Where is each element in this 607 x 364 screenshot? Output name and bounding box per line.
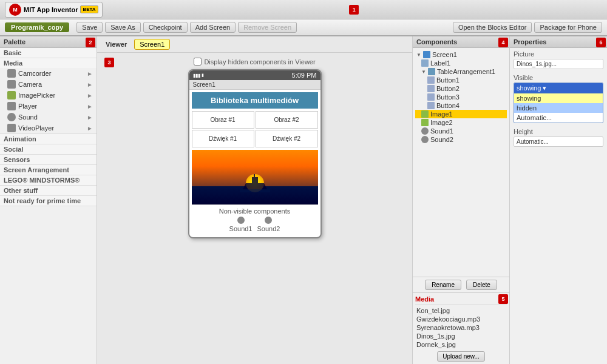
palette-section-social-label[interactable]: Social bbox=[0, 144, 97, 154]
videoplayer-icon bbox=[7, 124, 16, 132]
tree-button2[interactable]: Button2 bbox=[415, 84, 507, 93]
palette-section-basic-label[interactable]: Basic bbox=[0, 48, 97, 58]
palette-section-other-label[interactable]: Other stuff bbox=[0, 186, 97, 195]
tree-screen1[interactable]: ▼ Screen1 bbox=[415, 50, 507, 59]
picture-label: Picture bbox=[514, 50, 603, 58]
palette-item-videoplayer[interactable]: VideoPlayer ► bbox=[0, 123, 97, 133]
save-as-button[interactable]: Save As bbox=[105, 22, 140, 33]
tree-button1[interactable]: Button1 bbox=[415, 76, 507, 84]
annotation-1: 1 bbox=[349, 5, 359, 15]
annotation-4: 4 bbox=[498, 38, 508, 47]
palette-section-animation: Animation bbox=[0, 134, 97, 144]
media-item-1[interactable]: Kon_tel.jpg bbox=[415, 306, 507, 315]
dropdown-automatic-option[interactable]: Automatic... bbox=[514, 113, 603, 123]
media-item-2[interactable]: Gwizdekoociagu.mp3 bbox=[415, 315, 507, 323]
comp-media-column: 4 Components ▼ Screen1 Label1 ▼ bbox=[413, 36, 510, 364]
tree-tablearrangement1[interactable]: ▼ TableArrangement1 bbox=[415, 67, 507, 76]
delete-button[interactable]: Delete bbox=[466, 280, 497, 290]
display-hidden-label: Display hidden components in Viewer bbox=[204, 58, 315, 66]
picture-value[interactable]: Dinos_1s.jpg... bbox=[514, 59, 603, 69]
display-hidden-checkbox[interactable] bbox=[194, 58, 202, 66]
camcorder-icon bbox=[7, 69, 16, 78]
camcorder-arrow: ► bbox=[87, 70, 93, 77]
dropdown-showing-option[interactable]: showing bbox=[514, 93, 603, 103]
toolbar: Programik_copy Save Save As Checkpoint A… bbox=[0, 19, 607, 36]
media-item-5[interactable]: Dornek_s.jpg bbox=[415, 340, 507, 349]
tree-button4[interactable]: Button4 bbox=[415, 101, 507, 110]
non-visible-label: Non-visible components bbox=[194, 207, 316, 215]
sound-palette-icon bbox=[7, 113, 16, 121]
image2-comp-icon bbox=[421, 119, 429, 126]
annotation-3: 3 bbox=[104, 58, 114, 67]
palette-section-other: Other stuff bbox=[0, 186, 97, 196]
palette-item-imagepicker[interactable]: ImagePicker ► bbox=[0, 90, 97, 101]
phone-btn-4[interactable]: Dźwięk #2 bbox=[256, 130, 318, 147]
screen1-comp-icon bbox=[423, 51, 430, 58]
remove-screen-button[interactable]: Remove Screen bbox=[238, 22, 297, 33]
logo-text: MIT App Inventor bbox=[24, 6, 78, 13]
ship-silhouette bbox=[237, 171, 273, 195]
height-section: Height Automatic... bbox=[510, 126, 607, 149]
logo[interactable]: M MIT App Inventor BETA bbox=[5, 2, 103, 18]
palette-section-screenarrangement-label[interactable]: Screen Arrangement bbox=[0, 165, 97, 175]
tree-sound1[interactable]: Sound1 bbox=[415, 127, 507, 135]
logo-icon: M bbox=[9, 4, 21, 16]
upload-button[interactable]: Upload new... bbox=[437, 351, 485, 362]
media-item-4[interactable]: Dinos_1s.jpg bbox=[415, 332, 507, 340]
tree-button3[interactable]: Button3 bbox=[415, 93, 507, 101]
phone-btn-3[interactable]: Dźwięk #1 bbox=[192, 130, 254, 147]
sound-arrow: ► bbox=[87, 114, 93, 121]
imagepicker-arrow: ► bbox=[87, 92, 93, 99]
palette-section-media-label: Media bbox=[0, 58, 97, 68]
button2-label: Button2 bbox=[436, 85, 459, 92]
label1-comp-icon bbox=[421, 59, 429, 67]
comp-actions: Rename Delete bbox=[413, 277, 509, 292]
visible-dropdown[interactable]: showing ▾ showing hidden Automatic... bbox=[514, 83, 603, 123]
media-item-3[interactable]: Syrenaokretowa.mp3 bbox=[415, 323, 507, 332]
palette-item-player[interactable]: Player ► bbox=[0, 101, 97, 112]
button4-comp-icon bbox=[427, 102, 435, 109]
tree-sound2[interactable]: Sound2 bbox=[415, 135, 507, 144]
player-icon bbox=[7, 102, 16, 110]
palette-section-lego-label[interactable]: LEGO® MINDSTORMS® bbox=[0, 175, 97, 185]
palette-section-notready-label[interactable]: Not ready for prime time bbox=[0, 196, 97, 206]
viewer-header: Viewer Screen1 bbox=[97, 36, 412, 53]
save-button[interactable]: Save bbox=[76, 22, 103, 33]
screen1-tab[interactable]: Screen1 bbox=[134, 39, 170, 50]
palette-item-camcorder[interactable]: Camcorder ► bbox=[0, 68, 97, 79]
table1-comp-icon bbox=[428, 68, 435, 75]
palette-section-media: Media Camcorder ► Camera ► ImagePicker bbox=[0, 58, 97, 134]
palette-panel: 2 Palette Basic Media Camcorder ► Camera… bbox=[0, 36, 97, 364]
palette-item-camera[interactable]: Camera ► bbox=[0, 79, 97, 90]
palette-section-sensors-label[interactable]: Sensors bbox=[0, 155, 97, 164]
image1-comp-icon bbox=[421, 110, 429, 118]
sound2-icon bbox=[265, 217, 272, 224]
height-label: Height bbox=[514, 128, 603, 135]
dropdown-showing-selected[interactable]: showing ▾ bbox=[514, 83, 603, 93]
button1-label: Button1 bbox=[436, 76, 459, 84]
tree-image2[interactable]: Image2 bbox=[415, 118, 507, 127]
open-blocks-button[interactable]: Open the Blocks Editor bbox=[453, 22, 532, 33]
button3-label: Button3 bbox=[436, 93, 459, 101]
tree-image1[interactable]: Image1 bbox=[415, 110, 507, 118]
package-button[interactable]: Package for Phone bbox=[534, 22, 602, 33]
rename-button[interactable]: Rename bbox=[425, 280, 461, 290]
table1-label: TableArrangement1 bbox=[437, 68, 495, 75]
tree-label1[interactable]: Label1 bbox=[415, 59, 507, 67]
project-name[interactable]: Programik_copy bbox=[5, 22, 69, 32]
top-bar: M MIT App Inventor BETA 1 bbox=[0, 0, 607, 19]
palette-item-sound[interactable]: Sound ► bbox=[0, 112, 97, 123]
add-screen-button[interactable]: Add Screen bbox=[190, 22, 236, 33]
phone-btn-2[interactable]: Obraz #2 bbox=[256, 111, 318, 129]
palette-section-social: Social bbox=[0, 144, 97, 155]
palette-section-animation-label[interactable]: Animation bbox=[0, 134, 97, 144]
image1-label: Image1 bbox=[430, 110, 453, 118]
svg-rect-1 bbox=[240, 189, 270, 192]
height-value[interactable]: Automatic... bbox=[514, 136, 603, 147]
beta-badge: BETA bbox=[80, 5, 98, 13]
phone-btn-1[interactable]: Obraz #1 bbox=[192, 111, 254, 129]
camera-arrow: ► bbox=[87, 81, 93, 88]
button4-label: Button4 bbox=[436, 102, 459, 109]
dropdown-hidden-option[interactable]: hidden bbox=[514, 103, 603, 113]
checkpoint-button[interactable]: Checkpoint bbox=[143, 22, 188, 33]
